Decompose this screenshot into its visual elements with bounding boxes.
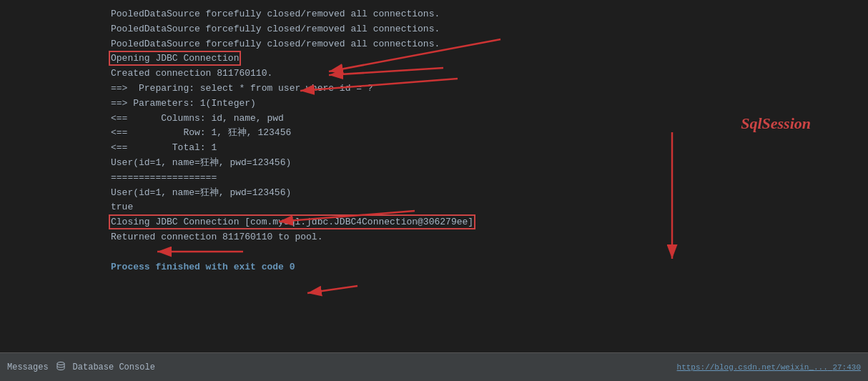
line-col-text: 27:430 bbox=[832, 363, 861, 372]
log-line-10: <== Total: 1 bbox=[111, 141, 868, 156]
log-line-3: PooledDataSource forcefully closed/remov… bbox=[111, 37, 868, 52]
process-finished-line: Process finished with exit code 0 bbox=[111, 260, 868, 275]
opening-jdbc-highlight: Opening JDBC Connection bbox=[111, 53, 239, 64]
log-line-11: User(id=1, name=狂神, pwd=123456) bbox=[111, 156, 868, 171]
log-line-5: Created connection 811760110. bbox=[111, 66, 868, 81]
svg-line-7 bbox=[307, 286, 357, 293]
log-line-4: Opening JDBC Connection bbox=[111, 51, 868, 66]
status-bar: Messages Database Console https://blog.c… bbox=[0, 352, 868, 381]
db-icon bbox=[56, 361, 66, 374]
log-line-7: ==> Parameters: 1(Integer) bbox=[111, 97, 868, 112]
log-line-2: PooledDataSource forcefully closed/remov… bbox=[111, 22, 868, 37]
url-text: https://blog.csdn.net/weixin_... bbox=[677, 363, 828, 372]
log-line-14: true bbox=[111, 200, 868, 215]
console-output: PooledDataSource forcefully closed/remov… bbox=[0, 0, 868, 352]
messages-label: Messages bbox=[7, 362, 49, 372]
status-bar-right[interactable]: https://blog.csdn.net/weixin_... 27:430 bbox=[677, 363, 861, 372]
log-line-6: ==> Preparing: select * from user where … bbox=[111, 81, 868, 97]
log-line-16: Returned connection 811760110 to pool. bbox=[111, 230, 868, 245]
log-line-12: =================== bbox=[111, 171, 868, 186]
log-line-13: User(id=1, name=狂神, pwd=123456) bbox=[111, 186, 868, 201]
closing-jdbc-highlight: Closing JDBC Connection [com.mysql.jdbc.… bbox=[111, 217, 473, 227]
db-console-label: Database Console bbox=[73, 362, 155, 372]
svg-point-8 bbox=[57, 362, 64, 365]
status-bar-left: Messages Database Console bbox=[7, 361, 155, 374]
sql-session-label: SqlSession bbox=[741, 111, 811, 136]
log-line-15: Closing JDBC Connection [com.mysql.jdbc.… bbox=[111, 215, 868, 230]
log-line-1: PooledDataSource forcefully closed/remov… bbox=[111, 7, 868, 22]
